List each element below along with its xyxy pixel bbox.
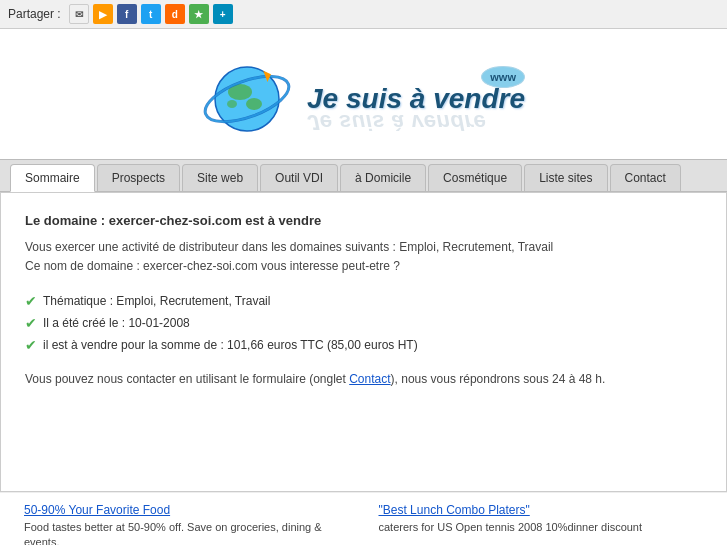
share-bar: Partager : ✉ ▶ f t d ★ +	[0, 0, 727, 29]
checklist-item-3: ✔ il est à vendre pour la somme de : 101…	[25, 334, 702, 356]
svg-point-2	[246, 98, 262, 110]
check-icon-3: ✔	[25, 337, 37, 353]
tab-site-web[interactable]: Site web	[182, 164, 258, 191]
ad-block-2: "Best Lunch Combo Platers" caterers for …	[379, 503, 704, 545]
description-line2: Ce nom de domaine : exercer-chez-soi.com…	[25, 259, 400, 273]
logo-globe	[202, 54, 292, 144]
twitter-share-icon[interactable]: t	[141, 4, 161, 24]
ad-text-1: Food tastes better at 50-90% off. Save o…	[24, 520, 349, 545]
content-description: Vous exercer une activité de distributeu…	[25, 238, 702, 276]
logo-container: www Je suis à vendre Je suis à vendre	[202, 54, 525, 144]
contact-link[interactable]: Contact	[349, 372, 390, 386]
add-share-icon[interactable]: +	[213, 4, 233, 24]
check-icon-1: ✔	[25, 293, 37, 309]
ad-section: 50-90% Your Favorite Food Food tastes be…	[0, 492, 727, 545]
rss-share-icon[interactable]: ▶	[93, 4, 113, 24]
navigation-tabs: Sommaire Prospects Site web Outil VDI à …	[0, 159, 727, 192]
tab-cosmetique[interactable]: Cosmétique	[428, 164, 522, 191]
content-title: Le domaine : exercer-chez-soi.com est à …	[25, 213, 702, 228]
checklist-item-2: ✔ Il a été créé le : 10-01-2008	[25, 312, 702, 334]
tab-sommaire[interactable]: Sommaire	[10, 164, 95, 192]
ad-text-2: caterers for US Open tennis 2008 10%dinn…	[379, 520, 704, 535]
logo-title-reflection: Je suis à vendre	[307, 111, 486, 133]
check-icon-2: ✔	[25, 315, 37, 331]
tab-a-domicile[interactable]: à Domicile	[340, 164, 426, 191]
svg-point-3	[227, 100, 237, 108]
tab-liste-sites[interactable]: Liste sites	[524, 164, 607, 191]
tab-contact[interactable]: Contact	[610, 164, 681, 191]
page-header: www Je suis à vendre Je suis à vendre	[0, 29, 727, 159]
tab-prospects[interactable]: Prospects	[97, 164, 180, 191]
digg-share-icon[interactable]: d	[165, 4, 185, 24]
facebook-share-icon[interactable]: f	[117, 4, 137, 24]
checklist-item-1: ✔ Thématique : Emploi, Recrutement, Trav…	[25, 290, 702, 312]
ad-link-2[interactable]: "Best Lunch Combo Platers"	[379, 503, 704, 517]
description-line1: Vous exercer une activité de distributeu…	[25, 240, 553, 254]
share-label: Partager :	[8, 7, 61, 21]
email-share-icon[interactable]: ✉	[69, 4, 89, 24]
feature-checklist: ✔ Thématique : Emploi, Recrutement, Trav…	[25, 290, 702, 356]
main-content: Le domaine : exercer-chez-soi.com est à …	[0, 192, 727, 492]
bookmark-share-icon[interactable]: ★	[189, 4, 209, 24]
tab-outil-vdi[interactable]: Outil VDI	[260, 164, 338, 191]
logo-text-area: www Je suis à vendre Je suis à vendre	[307, 66, 525, 133]
ad-block-1: 50-90% Your Favorite Food Food tastes be…	[24, 503, 349, 545]
content-footer: Vous pouvez nous contacter en utilisant …	[25, 370, 702, 389]
ad-link-1[interactable]: 50-90% Your Favorite Food	[24, 503, 349, 517]
